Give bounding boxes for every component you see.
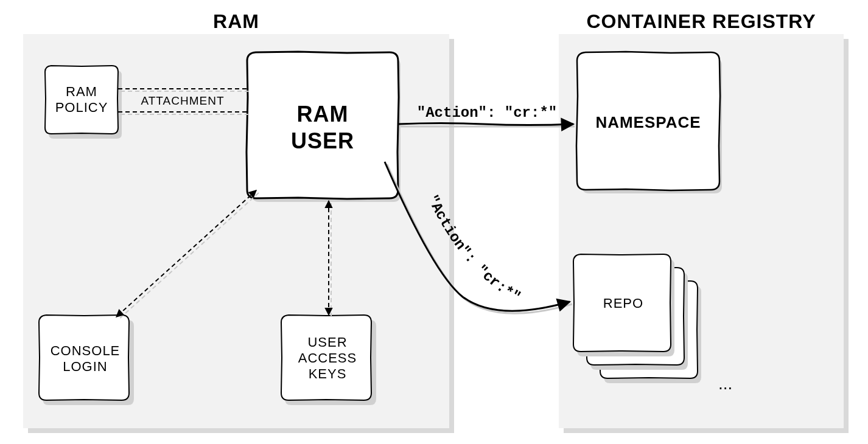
repo-label: REPO bbox=[603, 296, 643, 311]
ram-panel-title: RAM bbox=[213, 10, 259, 32]
ram-user-label-2: USER bbox=[291, 128, 354, 153]
registry-panel-title: CONTAINER REGISTRY bbox=[586, 10, 816, 32]
edge-attachment-label: ATTACHMENT bbox=[141, 94, 224, 107]
console-login-label-2: LOGIN bbox=[63, 359, 107, 374]
namespace-node: NAMESPACE bbox=[576, 52, 722, 193]
console-login-label-1: CONSOLE bbox=[51, 343, 121, 358]
namespace-label: NAMESPACE bbox=[595, 113, 701, 131]
uak-label-1: USER bbox=[307, 335, 347, 350]
repo-ellipsis: ... bbox=[718, 374, 732, 393]
ram-user-label-1: RAM bbox=[297, 102, 349, 127]
ram-policy-node: RAM POLICY bbox=[45, 66, 122, 139]
ram-user-node: RAM USER bbox=[247, 52, 401, 202]
user-access-keys-node: USER ACCESS KEYS bbox=[281, 315, 376, 405]
uak-label-2: ACCESS bbox=[298, 350, 357, 366]
ram-policy-label-1: RAM bbox=[66, 84, 97, 99]
console-login-node: CONSOLE LOGIN bbox=[39, 315, 134, 405]
edge-user-namespace: "Action": "cr:*" bbox=[398, 105, 575, 127]
uak-label-3: KEYS bbox=[309, 366, 347, 381]
ram-policy-label-2: POLICY bbox=[55, 100, 108, 115]
edge-user-namespace-label: "Action": "cr:*" bbox=[417, 105, 557, 121]
